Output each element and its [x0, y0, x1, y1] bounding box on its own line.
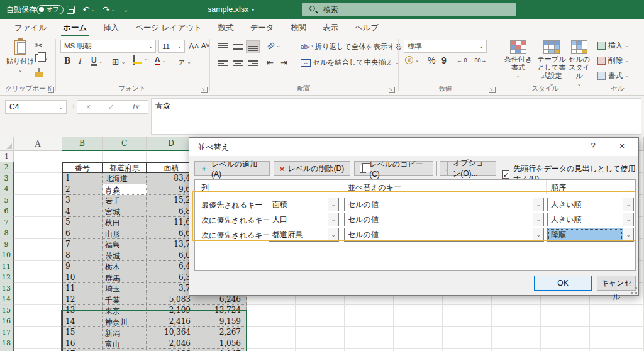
cell-J18[interactable] [443, 338, 492, 350]
enter-entry-button[interactable]: ✓ [108, 103, 114, 111]
align-center-button[interactable] [231, 57, 245, 70]
cell-C14[interactable]: 千葉 [103, 294, 147, 306]
column-header-C[interactable]: C [103, 137, 147, 151]
bold-button[interactable]: B [64, 57, 70, 65]
font-name-combo[interactable]: MS 明朝⌄ [60, 40, 156, 53]
comma-style-button[interactable]: 9 [441, 55, 447, 65]
sort-level-1-sort-on-select[interactable]: セルの値⌄ [344, 198, 544, 211]
tab-校閲[interactable]: 校閲 [282, 19, 314, 36]
insert-function-button[interactable]: fx [132, 103, 139, 111]
number-format-combo[interactable]: 標準⌄ [404, 40, 487, 53]
row-header-6[interactable]: 6 [0, 206, 14, 218]
cell-C6[interactable]: 宮城 [103, 206, 147, 218]
decrease-decimal-button[interactable]: .00→ [473, 57, 487, 64]
tab-表示[interactable]: 表示 [314, 19, 347, 36]
borders-button[interactable]: ⊞⌄ [112, 57, 125, 67]
cell-J16[interactable] [443, 316, 492, 328]
cell-C9[interactable]: 福島 [103, 239, 147, 250]
column-header-B[interactable]: B [62, 137, 103, 151]
sort-level-3-order-select[interactable]: 降順⌄ [547, 228, 634, 242]
cell-F18[interactable] [247, 338, 296, 350]
cell-B18[interactable]: 16 [62, 338, 103, 350]
cancel-entry-button[interactable]: × [86, 103, 91, 111]
row-header-8[interactable]: 8 [0, 228, 14, 240]
cell-A18[interactable] [14, 338, 62, 350]
cell-F15[interactable] [247, 305, 296, 316]
cell-A10[interactable] [14, 250, 62, 262]
tab-ホーム[interactable]: ホーム [55, 19, 95, 36]
cell-styles-button[interactable]: セルのスタイル ⌄ [568, 40, 591, 87]
cell-A16[interactable] [14, 316, 62, 328]
align-right-button[interactable] [246, 57, 260, 70]
cell-A7[interactable] [14, 217, 62, 228]
cell-I14[interactable] [394, 294, 443, 306]
tab-ページ レイアウト[interactable]: ページ レイアウト [127, 19, 210, 36]
row-header-15[interactable]: 15 [0, 305, 14, 316]
cell-A1[interactable] [14, 151, 62, 162]
sort-level-1-order-select[interactable]: 大きい順⌄ [547, 198, 634, 211]
cell-L17[interactable] [541, 327, 590, 338]
cell-C5[interactable]: 岩手 [103, 195, 147, 206]
ok-button[interactable]: OK [534, 276, 592, 291]
align-bottom-button[interactable] [246, 40, 260, 53]
sort-level-3-column-select[interactable]: 都道府県⌄ [269, 228, 339, 242]
clipboard-dialog-launcher[interactable]: ↘ [48, 87, 54, 93]
autosave-toggle[interactable]: オフ [36, 0, 64, 19]
tab-数式[interactable]: 数式 [210, 19, 242, 36]
cell-E18[interactable]: 1,056 [196, 338, 247, 350]
add-level-button[interactable]: ＋レベルの追加(A) [194, 161, 270, 176]
options-button[interactable]: オプション(O)... [447, 161, 496, 176]
cell-K18[interactable] [492, 338, 541, 350]
cell-H16[interactable] [345, 316, 394, 328]
conditional-formatting-button[interactable]: 条件付き書式 ⌄ [504, 40, 533, 79]
align-top-button[interactable] [216, 40, 230, 53]
cell-E17[interactable]: 2,267 [196, 327, 247, 338]
cell-A12[interactable] [14, 272, 62, 284]
close-icon[interactable]: × [613, 141, 631, 153]
font-color-button[interactable]: A⌄ [155, 56, 166, 65]
cell-C10[interactable]: 茨城 [103, 250, 147, 262]
cell-B6[interactable]: 4 [62, 206, 103, 218]
alignment-dialog-launcher[interactable]: ↘ [389, 87, 395, 93]
cell-F17[interactable] [247, 327, 296, 338]
cell-H17[interactable] [345, 327, 394, 338]
name-box[interactable]: C4⌄ [5, 100, 67, 114]
redo-button[interactable]: ↷⌄ [103, 0, 115, 19]
increase-font-button[interactable]: A˄ [189, 42, 199, 51]
cell-A13[interactable] [14, 283, 62, 294]
cell-C1[interactable] [103, 151, 147, 162]
cut-button[interactable]: ✂ [35, 40, 43, 50]
search-input[interactable]: 検索 [302, 3, 516, 16]
row-header-17[interactable]: 17 [0, 327, 14, 338]
cell-A15[interactable] [14, 305, 62, 316]
italic-button[interactable]: I [78, 57, 81, 65]
cell-G18[interactable] [296, 338, 345, 350]
cell-B5[interactable]: 3 [62, 195, 103, 206]
align-middle-button[interactable] [231, 40, 245, 53]
underline-button[interactable]: U⌄ [91, 57, 103, 66]
cell-G16[interactable] [296, 316, 345, 328]
cell-D14[interactable]: 5,083 [147, 294, 196, 306]
sort-level-2-order-select[interactable]: 大きい順⌄ [547, 213, 634, 226]
cell-L14[interactable] [541, 294, 590, 306]
row-header-18[interactable]: 18 [0, 338, 14, 350]
row-header-3[interactable]: 3 [0, 173, 14, 184]
tab-ファイル[interactable]: ファイル [6, 19, 55, 36]
cell-C16[interactable]: 神奈川 [103, 316, 147, 328]
cell-B3[interactable]: 1 [62, 173, 103, 184]
save-button[interactable] [67, 0, 75, 19]
cell-H18[interactable] [345, 338, 394, 350]
cell-C12[interactable]: 群馬 [103, 272, 147, 284]
cell-L15[interactable] [541, 305, 590, 316]
phonetic-button[interactable]: ァ⌄ [177, 57, 191, 67]
select-all-corner[interactable] [0, 137, 14, 151]
cell-B2[interactable]: 番号 [62, 162, 103, 174]
row-header-14[interactable]: 14 [0, 294, 14, 306]
undo-button[interactable]: ↶⌄ [82, 0, 95, 19]
sort-level-2-column-select[interactable]: 人口⌄ [269, 213, 339, 226]
cell-B1[interactable] [62, 151, 103, 162]
row-header-5[interactable]: 5 [0, 195, 14, 206]
cell-B17[interactable]: 15 [62, 327, 103, 338]
cancel-button[interactable]: キャンセル [597, 276, 636, 291]
cell-C13[interactable]: 埼玉 [103, 283, 147, 294]
